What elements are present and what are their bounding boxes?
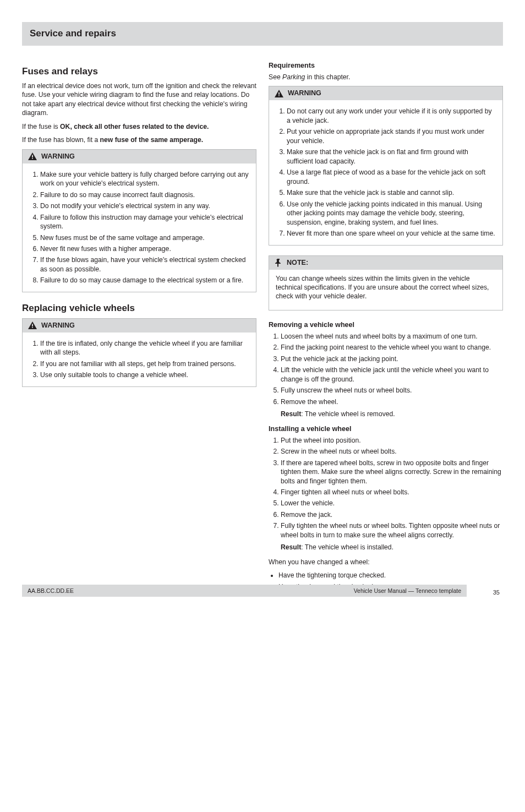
paragraph: When you have changed a wheel: (269, 558, 503, 566)
list-item: Never fit more than one spare wheel on y… (287, 229, 496, 238)
warning-box: WARNING Do not carry out any work under … (269, 86, 503, 245)
list-item: If you are not familiar with all steps, … (40, 359, 249, 368)
list-item: Use only suitable tools to change a vehi… (40, 370, 249, 379)
list-item: Put your vehicle on appropriate jack sta… (287, 127, 496, 145)
list-item: If there are tapered wheel bolts, screw … (281, 459, 503, 486)
list-item: Failure to follow this instruction may d… (40, 213, 249, 231)
warning-header: WARNING (23, 319, 256, 333)
note-box: NOTE: You can change wheels sizes within… (269, 255, 503, 310)
warning-list: If the tire is inflated, only change the… (29, 339, 249, 380)
warning-icon (28, 321, 37, 329)
list-item: Use a large flat piece of wood as a base… (287, 168, 496, 186)
list-item: Put the vehicle jack at the jacking poin… (281, 355, 503, 363)
svg-rect-0 (32, 155, 33, 158)
list-item: Fully tighten the wheel nuts or wheel bo… (281, 521, 503, 552)
list-item: Never fit new fuses with a higher ampera… (40, 244, 249, 253)
paragraph: If an electrical device does not work, t… (22, 81, 256, 118)
list-item: Fully unscrew the wheel nuts or wheel bo… (281, 386, 503, 395)
list-item: Make sure that the vehicle jack is stabl… (287, 188, 496, 197)
heading-installing-wheel: Installing a vehicle wheel (269, 424, 503, 434)
footer-right: Vehicle User Manual — Tenneco template (354, 587, 461, 595)
right-column: Requirements See Parking in this chapter… (269, 58, 503, 597)
warning-title: WARNING (41, 152, 75, 161)
paragraph: See Parking in this chapter. (269, 73, 503, 81)
list-item: New fuses must be of the same voltage an… (40, 233, 249, 242)
page-number: 35 (493, 588, 500, 597)
note-header: NOTE: (269, 256, 502, 270)
list-item: Make sure your vehicle battery is fully … (40, 170, 249, 188)
svg-rect-3 (32, 327, 33, 328)
warning-icon (275, 90, 283, 97)
warning-list: Make sure your vehicle battery is fully … (29, 170, 249, 285)
paragraph: If the fuse has blown, fit a new fuse of… (22, 135, 256, 144)
svg-rect-4 (278, 92, 280, 95)
heading-replacing-wheels: Replacing vehicle wheels (22, 302, 256, 315)
warning-header: WARNING (23, 150, 256, 164)
list-item: Finger tighten all wheel nuts or wheel b… (281, 488, 503, 497)
cross-reference: Parking (282, 73, 305, 81)
list-item: If the fuse blows again, have your vehic… (40, 255, 249, 274)
warning-box: WARNING Make sure your vehicle battery i… (22, 149, 256, 292)
footer-bar: AA.BB.CC.DD.EE Vehicle User Manual — Ten… (22, 585, 467, 597)
heading-fuses: Fuses and relays (22, 66, 256, 78)
list-item: Make sure that the vehicle jack is on fl… (287, 148, 496, 166)
footer-left: AA.BB.CC.DD.EE (28, 587, 74, 595)
note-body: You can change wheels sizes within the l… (269, 270, 502, 310)
warning-body: Make sure your vehicle battery is fully … (23, 164, 256, 292)
list-item: Find the jacking point nearest to the ve… (281, 343, 503, 352)
steps-remove: Loosen the wheel nuts and wheel bolts by… (269, 332, 503, 419)
warning-box: WARNING If the tire is inflated, only ch… (22, 318, 256, 387)
heading-requirements: Requirements (269, 61, 503, 70)
warning-title: WARNING (288, 89, 321, 98)
list-item: If the tire is inflated, only change the… (40, 339, 249, 357)
steps-install: Put the wheel into position. Screw in th… (269, 436, 503, 552)
list-item: Remove the wheel.Result: The vehicle whe… (281, 397, 503, 419)
left-column: Fuses and relays If an electrical device… (22, 58, 256, 597)
list-item: Use only the vehicle jacking points indi… (287, 200, 496, 227)
list-item: Have the tightening torque checked. (278, 571, 503, 580)
list-item: Failure to do so may cause damage to the… (40, 276, 249, 285)
warning-header: WARNING (269, 86, 502, 100)
list-item: Failure to do so may cause incorrect fau… (40, 190, 249, 199)
page-title: Service and repairs (30, 28, 495, 40)
warning-icon (28, 152, 37, 160)
svg-rect-1 (32, 158, 33, 159)
warning-body: If the tire is inflated, only change the… (23, 333, 256, 386)
title-bar: Service and repairs (22, 22, 503, 46)
heading-removing-wheel: Removing a vehicle wheel (269, 320, 503, 330)
warning-title: WARNING (41, 321, 75, 330)
list-item: Lift the vehicle with the vehicle jack u… (281, 366, 503, 384)
list-item: Do not modify your vehicle's electrical … (40, 201, 249, 210)
warning-body: Do not carry out any work under your veh… (269, 100, 502, 244)
list-item: Do not carry out any work under your veh… (287, 107, 496, 125)
list-item: Screw in the wheel nuts or wheel bolts. (281, 447, 503, 456)
svg-rect-5 (278, 95, 280, 96)
warning-list: Do not carry out any work under your veh… (276, 107, 496, 238)
svg-rect-2 (32, 324, 33, 327)
paragraph: You can change wheels sizes within the l… (276, 274, 496, 301)
page: Service and repairs Fuses and relays If … (0, 0, 525, 619)
list-item: Put the wheel into position. (281, 436, 503, 445)
note-title: NOTE: (287, 258, 308, 268)
list-item: Remove the jack. (281, 510, 503, 519)
list-item: Lower the vehicle. (281, 499, 503, 508)
two-column-layout: Fuses and relays If an electrical device… (22, 58, 503, 597)
list-item: Loosen the wheel nuts and wheel bolts by… (281, 332, 503, 341)
pin-icon (275, 259, 282, 267)
paragraph: If the fuse is OK, check all other fuses… (22, 122, 256, 131)
